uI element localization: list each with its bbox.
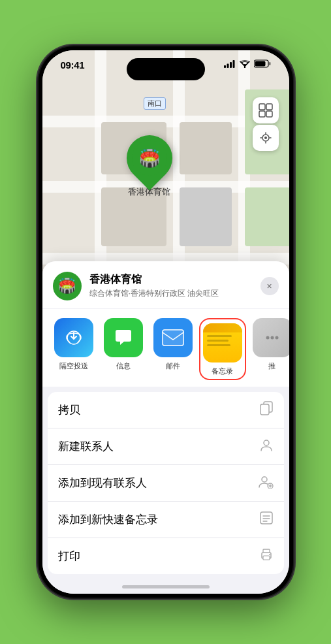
svg-point-23 [262,477,267,482]
svg-rect-7 [269,62,271,65]
share-item-notes[interactable]: 备忘录 [199,318,246,380]
signal-icon [224,60,236,68]
airdrop-icon[interactable] [54,318,93,357]
new-contact-label: 新建联系人 [58,439,114,454]
share-row: 隔空投送 信息 [42,309,289,387]
dynamic-island [127,58,205,80]
map-controls[interactable] [253,97,279,151]
action-copy[interactable]: 拷贝 [48,392,284,428]
venue-icon: 🏟️ [53,272,82,300]
more-icon[interactable] [253,318,289,357]
location-pin: 🏟️ 香港体育馆 [127,135,172,198]
mail-icon[interactable] [153,318,193,357]
map-label: 南口 [144,97,166,110]
status-icons [224,59,271,68]
svg-point-18 [270,336,274,340]
share-item-messages[interactable]: 信息 [100,318,147,380]
venue-description: 综合体育馆·香港特别行政区 油尖旺区 [89,288,253,299]
person-add-icon [258,474,274,492]
more-label: 推 [268,361,276,371]
svg-rect-21 [260,404,269,415]
home-indicator [122,585,210,588]
sheet-header: 🏟️ 香港体育馆 综合体育馆·香港特别行政区 油尖旺区 × [42,261,289,308]
status-time: 09:41 [61,59,85,71]
action-add-existing[interactable]: 添加到现有联系人 [48,465,284,502]
svg-rect-1 [227,63,229,68]
svg-rect-15 [163,330,183,346]
messages-icon[interactable] [104,318,143,357]
venue-name: 香港体育馆 [89,273,253,287]
svg-rect-3 [232,60,234,68]
location-button[interactable] [253,125,279,151]
action-new-contact[interactable]: 新建联系人 [48,428,284,465]
action-quick-note[interactable]: 添加到新快速备忘录 [48,502,284,538]
airdrop-label: 隔空投送 [59,361,88,371]
person-icon [259,438,274,455]
svg-point-4 [244,66,245,67]
svg-point-17 [266,336,269,340]
svg-point-22 [264,440,269,445]
quick-note-label: 添加到新快速备忘录 [58,512,158,527]
copy-label: 拷贝 [58,402,80,417]
share-item-more[interactable]: 推 [249,318,289,380]
svg-rect-10 [259,111,265,117]
quick-note-icon [259,511,274,528]
svg-rect-27 [263,556,270,560]
svg-rect-6 [255,61,265,67]
action-list: 拷贝 新建联系人 [48,392,284,574]
mail-label: 邮件 [166,361,180,371]
svg-rect-8 [259,104,265,110]
svg-point-28 [269,554,270,555]
print-icon [259,547,274,565]
copy-icon [259,401,274,419]
svg-point-19 [275,336,278,340]
map-view-toggle[interactable] [253,97,279,123]
action-print[interactable]: 打印 [48,538,284,574]
notes-label: 备忘录 [212,366,233,376]
svg-rect-9 [266,104,272,110]
share-item-airdrop[interactable]: 隔空投送 [50,318,97,380]
notes-icon[interactable] [203,323,242,362]
share-item-mail[interactable]: 邮件 [150,318,197,380]
wifi-icon [240,60,250,68]
add-existing-label: 添加到现有联系人 [58,475,147,491]
bottom-sheet: 🏟️ 香港体育馆 综合体育馆·香港特别行政区 油尖旺区 × [42,261,289,594]
svg-rect-25 [260,512,272,524]
close-button[interactable]: × [260,277,279,295]
svg-point-13 [264,137,267,139]
svg-rect-11 [266,111,272,117]
svg-rect-0 [224,65,226,68]
venue-info: 香港体育馆 综合体育馆·香港特别行政区 油尖旺区 [89,273,253,299]
messages-label: 信息 [116,361,131,371]
svg-rect-2 [230,62,232,68]
battery-icon [254,59,271,68]
print-label: 打印 [58,549,80,564]
